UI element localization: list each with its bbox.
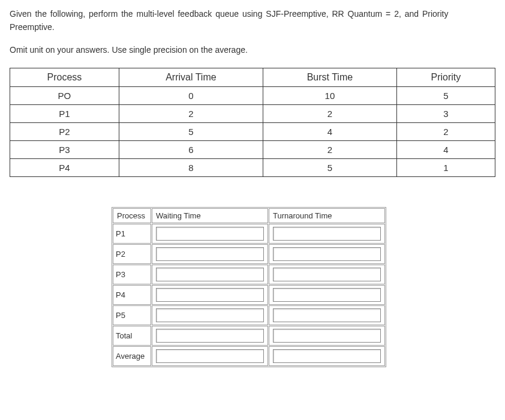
p2-waiting-input[interactable] xyxy=(156,247,264,261)
answer-header-waiting: Waiting Time xyxy=(152,208,268,223)
answer-row: P1 xyxy=(113,224,385,244)
answer-row: P2 xyxy=(113,244,385,264)
p1-turnaround-input[interactable] xyxy=(273,227,381,241)
cell-arrival: 2 xyxy=(119,104,263,122)
cell-priority: 3 xyxy=(396,104,495,122)
answer-row: Total xyxy=(113,326,385,346)
p3-waiting-input[interactable] xyxy=(156,268,264,281)
p1-waiting-input[interactable] xyxy=(156,227,264,241)
answer-header-turnaround: Turnaround Time xyxy=(269,208,385,223)
answer-label: P4 xyxy=(113,285,151,305)
answer-label: Average xyxy=(113,346,151,366)
cell-burst: 4 xyxy=(263,122,397,140)
cell-arrival: 0 xyxy=(119,86,263,104)
header-arrival: Arrival Time xyxy=(119,68,263,86)
cell-arrival: 6 xyxy=(119,140,263,158)
answer-label: P3 xyxy=(113,265,151,284)
cell-process: P4 xyxy=(10,158,119,176)
header-priority: Priority xyxy=(396,68,495,86)
cell-process: PO xyxy=(10,86,119,104)
table-row: P1 2 2 3 xyxy=(10,104,495,122)
answer-table: Process Waiting Time Turnaround Time P1 … xyxy=(112,207,386,367)
cell-priority: 2 xyxy=(396,122,495,140)
cell-priority: 5 xyxy=(396,86,495,104)
average-turnaround-input[interactable] xyxy=(273,349,381,363)
answer-row: P5 xyxy=(113,305,385,325)
answer-row: P3 xyxy=(113,265,385,284)
answer-label: Total xyxy=(113,326,151,346)
cell-burst: 5 xyxy=(263,158,397,176)
cell-priority: 1 xyxy=(396,158,495,176)
header-burst: Burst Time xyxy=(263,68,397,86)
cell-arrival: 5 xyxy=(119,122,263,140)
average-waiting-input[interactable] xyxy=(156,349,264,363)
answer-row: P4 xyxy=(113,285,385,305)
p3-turnaround-input[interactable] xyxy=(273,268,381,281)
answer-label: P2 xyxy=(113,244,151,264)
p5-turnaround-input[interactable] xyxy=(273,308,381,322)
answer-row: Average xyxy=(113,346,385,366)
answer-label: P1 xyxy=(113,224,151,244)
cell-priority: 4 xyxy=(396,140,495,158)
cell-process: P2 xyxy=(10,122,119,140)
p4-waiting-input[interactable] xyxy=(156,288,264,302)
p2-turnaround-input[interactable] xyxy=(273,247,381,261)
problem-statement: Given the following, perform the multi-l… xyxy=(10,7,495,34)
cell-burst: 2 xyxy=(263,104,397,122)
answer-label: P5 xyxy=(113,305,151,325)
p5-waiting-input[interactable] xyxy=(156,308,264,322)
cell-process: P3 xyxy=(10,140,119,158)
table-row: P2 5 4 2 xyxy=(10,122,495,140)
table-row: P4 8 5 1 xyxy=(10,158,495,176)
total-turnaround-input[interactable] xyxy=(273,329,381,343)
cell-arrival: 8 xyxy=(119,158,263,176)
process-data-table: Process Arrival Time Burst Time Priority… xyxy=(10,68,495,177)
p4-turnaround-input[interactable] xyxy=(273,288,381,302)
cell-burst: 10 xyxy=(263,86,397,104)
cell-process: P1 xyxy=(10,104,119,122)
table-row: P3 6 2 4 xyxy=(10,140,495,158)
cell-burst: 2 xyxy=(263,140,397,158)
problem-instruction: Omit unit on your answers. Use single pr… xyxy=(10,45,495,55)
total-waiting-input[interactable] xyxy=(156,329,264,343)
answer-header-process: Process xyxy=(113,208,151,223)
table-row: PO 0 10 5 xyxy=(10,86,495,104)
header-process: Process xyxy=(10,68,119,86)
